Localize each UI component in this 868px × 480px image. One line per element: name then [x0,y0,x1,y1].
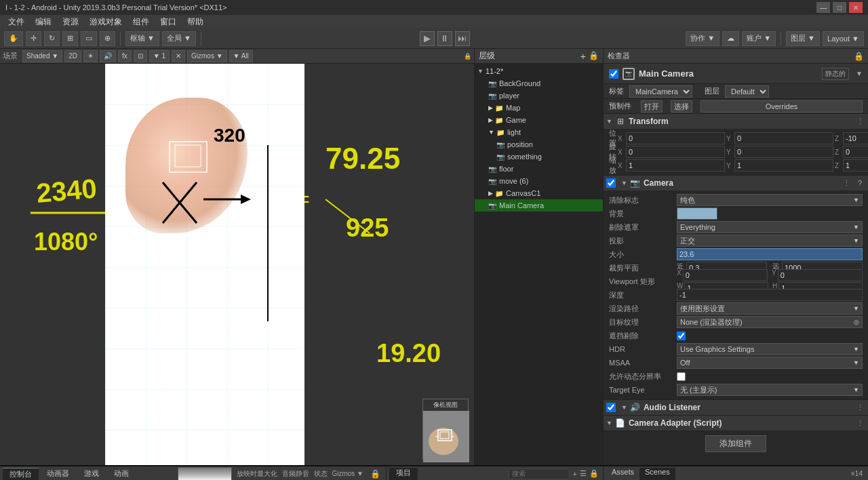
play-button[interactable]: ▶ [420,31,435,46]
position-x-input[interactable] [626,132,725,144]
dynamic-res-checkbox[interactable] [677,372,686,381]
background-color-swatch[interactable] [677,207,717,220]
target-eye-dropdown[interactable]: 无 (主显示) ▼ [677,384,863,396]
rotation-z-input[interactable] [843,146,868,158]
hier-main-camera[interactable]: 📷 Main Camera [475,199,603,212]
vp-x-input[interactable] [683,269,768,281]
clear-flags-dropdown[interactable]: 纯色 ▼ [677,194,863,206]
lighting-btn[interactable]: ☀ [83,50,98,62]
tool-scale[interactable]: ⊞ [62,31,78,46]
cloud-button[interactable]: ☁ [722,31,739,46]
tab-animation[interactable]: 动画 [107,468,136,480]
mode-2d[interactable]: 2D [64,50,81,62]
prefab-select-btn[interactable]: 选择 [671,100,692,113]
shading-dropdown[interactable]: Shaded ▼ [22,50,62,62]
audio-settings[interactable]: ⋮ [854,402,865,413]
hier-canvasC1[interactable]: ▶ 📁 CanvasC1 [475,187,603,199]
culling-mask-dropdown[interactable]: Everything ▼ [677,221,863,233]
account-button[interactable]: 账户 ▼ [742,31,776,46]
step-button[interactable]: ⏭ [455,31,470,46]
status-btn[interactable]: 状态 [314,470,328,477]
prefab-overrides-btn[interactable]: Overrides [701,100,863,113]
menu-gameobject[interactable]: 游戏对象 [84,15,127,29]
hier-position[interactable]: 📷 position [475,138,603,151]
camera-header[interactable]: ▼ 📷 Camera ⋮ ? [604,176,868,191]
scene-tab-label[interactable]: 场景 [3,51,18,61]
tab-assets[interactable]: Assets [606,468,639,480]
tab-console[interactable]: 控制台 [3,468,39,480]
minimize-button[interactable]: — [816,2,830,13]
tab-project[interactable]: 项目 [389,468,418,480]
camera-help[interactable]: ? [854,178,865,188]
position-y-input[interactable] [734,132,833,144]
tool-hand[interactable]: ✋ [4,31,23,46]
tool-transform[interactable]: ⊕ [100,31,115,46]
inspector-lock[interactable]: 🔒 [854,52,864,61]
hier-light[interactable]: ▼ 📁 light [475,126,603,138]
pivot-button[interactable]: 枢轴 ▼ [125,31,159,46]
layers-button[interactable]: 图层 ▼ [786,31,820,46]
layout-button[interactable]: Layout ▼ [823,31,864,46]
tool-rect[interactable]: ▭ [81,31,97,46]
object-active-checkbox[interactable] [609,69,618,79]
scene-aspect[interactable]: ▼ 1 [149,50,170,62]
scale-y-input[interactable] [734,159,833,172]
tab-game[interactable]: 游戏 [77,468,106,480]
transform-header[interactable]: ▼ ⊞ Transform ⋮ [604,114,868,129]
menu-help[interactable]: 帮助 [182,15,209,29]
tool-rotate[interactable]: ↻ [44,31,60,46]
hier-map[interactable]: ▶ 📁 Map [475,102,603,114]
hdr-dropdown[interactable]: Use Graphics Settings ▼ [677,343,863,355]
hier-floor[interactable]: 📷 floor [475,163,603,175]
add-component-button[interactable]: 添加组件 [705,435,766,452]
menu-assets[interactable]: 资源 [57,15,84,29]
camera-active-checkbox[interactable] [606,178,616,188]
fx-btn[interactable]: fx [118,50,132,62]
hier-game[interactable]: ▶ 📁 Game [475,114,603,126]
menu-edit[interactable]: 编辑 [30,15,57,29]
all-btn[interactable]: ▼ All [229,50,253,62]
console-lock[interactable]: 🔒 [368,469,383,479]
close-button[interactable]: ✕ [849,2,863,13]
audio-listener-header[interactable]: ▼ 🔊 Audio Listener ⋮ [604,400,868,415]
rotation-x-input[interactable] [626,146,725,158]
scene-x[interactable]: ✕ [172,50,185,62]
hierarchy-lock[interactable]: 🔒 [589,51,599,62]
playback-max-btn[interactable]: 放映时最大化 [237,470,277,477]
menu-component[interactable]: 组件 [127,15,155,29]
depth-input[interactable] [677,289,863,301]
tag-dropdown[interactable]: MainCamera [629,85,692,98]
proj-lock-btn[interactable]: 🔒 [589,469,599,478]
gizmos-btn[interactable]: Gizmos ▼ [187,50,227,62]
camera-adapter-settings[interactable]: ⋮ [854,418,865,428]
gizmos-toggle-btn[interactable]: Gizmos ▼ [332,470,363,477]
collaborate-button[interactable]: 协作 ▼ [686,31,719,46]
tool-move[interactable]: ✛ [26,31,41,46]
transform-settings[interactable]: ⋮ [854,116,865,127]
audio-btn[interactable]: 🔊 [100,50,116,62]
rotation-y-input[interactable] [734,146,833,158]
msaa-dropdown[interactable]: Off ▼ [677,357,863,369]
projection-dropdown[interactable]: 正交 ▼ [677,235,863,247]
maximize-button[interactable]: □ [833,2,846,13]
scene-view[interactable]: 2340 1080° 79.25 925 19.20 = x = [0,64,474,465]
hier-something[interactable]: 📷 something [475,151,603,163]
position-z-input[interactable] [843,132,868,144]
layer-dropdown[interactable]: Default [725,85,769,98]
scene-canvas-area[interactable]: 320 [105,64,304,465]
project-search-input[interactable] [509,468,570,479]
tab-scenes[interactable]: Scenes [639,468,675,480]
proj-filter-btn[interactable]: ☰ [580,469,587,478]
audio-listener-checkbox[interactable] [606,403,616,412]
menu-file[interactable]: 文件 [3,15,30,29]
menu-window[interactable]: 窗口 [155,15,182,29]
scale-z-input[interactable] [843,159,868,172]
camera-adapter-header[interactable]: ▼ 📄 Camera Adapter (Script) ⋮ [604,416,868,431]
vp-y-input[interactable] [778,269,863,281]
global-button[interactable]: 全局 ▼ [162,31,196,46]
prefab-open-btn[interactable]: 打开 [641,100,663,113]
audio-mute-btn[interactable]: 音频静音 [282,470,309,477]
occlusion-checkbox[interactable] [677,332,686,340]
hierarchy-add[interactable]: + [580,51,586,62]
size-input[interactable] [677,248,863,260]
